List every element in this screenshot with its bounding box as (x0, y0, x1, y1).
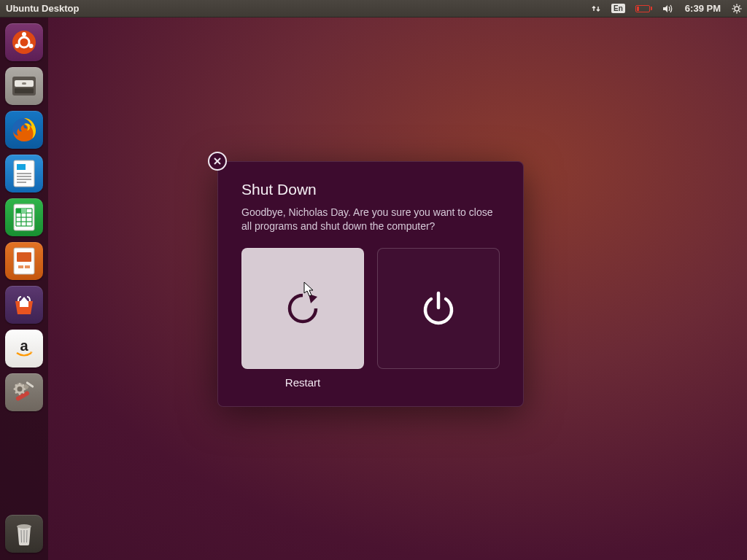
trash-icon (13, 521, 35, 547)
calc-icon (12, 203, 36, 232)
dialog-message: Goodbye, Nicholas Day. Are you sure you … (241, 206, 500, 233)
svg-point-12 (15, 44, 20, 48)
svg-line-5 (734, 5, 735, 6)
window-title: Ubuntu Desktop (0, 3, 79, 14)
svg-rect-35 (16, 209, 21, 213)
network-indicator[interactable] (586, 0, 606, 17)
network-updown-icon (591, 4, 601, 14)
top-menubar: Ubuntu Desktop En 6:39 PM (0, 0, 747, 18)
svg-line-8 (734, 11, 735, 12)
restart-icon (283, 289, 322, 328)
svg-rect-20 (17, 164, 26, 170)
launcher-item-dash[interactable] (5, 23, 43, 61)
keyboard-indicator[interactable]: En (606, 0, 630, 17)
svg-rect-38 (17, 252, 31, 262)
gear-icon (732, 4, 742, 14)
launcher-item-files[interactable] (5, 67, 43, 105)
launcher-item-software[interactable] (5, 286, 43, 324)
shutdown-button[interactable] (377, 248, 500, 369)
language-label: En (611, 4, 625, 13)
restart-label: Restart (241, 376, 364, 389)
svg-point-13 (29, 44, 34, 48)
clock[interactable]: 6:39 PM (679, 0, 727, 17)
svg-text:a: a (20, 338, 28, 354)
dialog-title: Shut Down (241, 181, 500, 198)
close-button[interactable] (208, 152, 227, 171)
svg-line-7 (739, 5, 740, 6)
restart-button[interactable] (241, 248, 364, 369)
battery-indicator[interactable] (630, 0, 657, 17)
svg-point-45 (18, 386, 23, 392)
svg-rect-16 (22, 82, 26, 85)
svg-rect-36 (21, 209, 26, 213)
sound-indicator[interactable] (657, 0, 679, 17)
svg-rect-41 (20, 301, 28, 307)
impress-icon (12, 246, 36, 276)
launcher-item-writer[interactable] (5, 155, 43, 192)
shutdown-dialog: Shut Down Goodbye, Nicholas Day. Are you… (217, 161, 524, 407)
launcher-item-calc[interactable] (5, 198, 43, 236)
ubuntu-logo-icon (12, 30, 36, 55)
amazon-icon: a (12, 336, 36, 361)
svg-rect-39 (18, 265, 23, 268)
launcher-item-trash[interactable] (5, 515, 43, 553)
software-center-icon (11, 292, 37, 317)
firefox-icon (10, 116, 38, 144)
svg-point-48 (17, 524, 31, 529)
launcher-item-impress[interactable] (5, 242, 43, 280)
battery-low-icon (635, 5, 652, 12)
svg-point-0 (735, 7, 739, 11)
close-icon (213, 157, 222, 166)
launcher: a (0, 18, 48, 560)
power-icon (418, 288, 459, 329)
svg-line-49 (21, 530, 22, 542)
file-manager-icon (11, 75, 37, 97)
volume-icon (662, 4, 674, 14)
launcher-item-amazon[interactable]: a (5, 330, 43, 368)
launcher-item-firefox[interactable] (5, 111, 43, 149)
dialog-options: Restart (241, 248, 500, 389)
writer-icon (12, 159, 36, 188)
svg-line-51 (27, 530, 28, 542)
svg-rect-40 (25, 265, 30, 268)
svg-line-6 (739, 11, 740, 12)
svg-point-11 (22, 32, 26, 36)
svg-rect-17 (15, 88, 34, 93)
settings-icon (11, 379, 37, 405)
shutdown-label (377, 376, 500, 389)
launcher-item-settings[interactable] (5, 373, 43, 411)
session-indicator[interactable] (727, 0, 747, 17)
